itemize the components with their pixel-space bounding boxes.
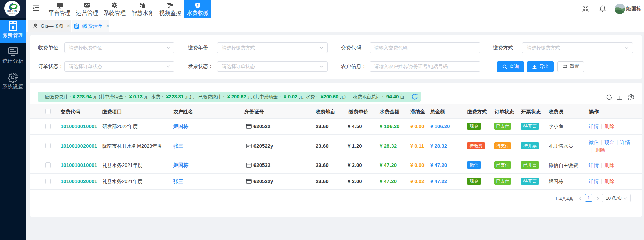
svg-text:瑞盈电气: 瑞盈电气 <box>9 13 15 14</box>
svg-text:RIEON: RIEON <box>7 9 17 13</box>
